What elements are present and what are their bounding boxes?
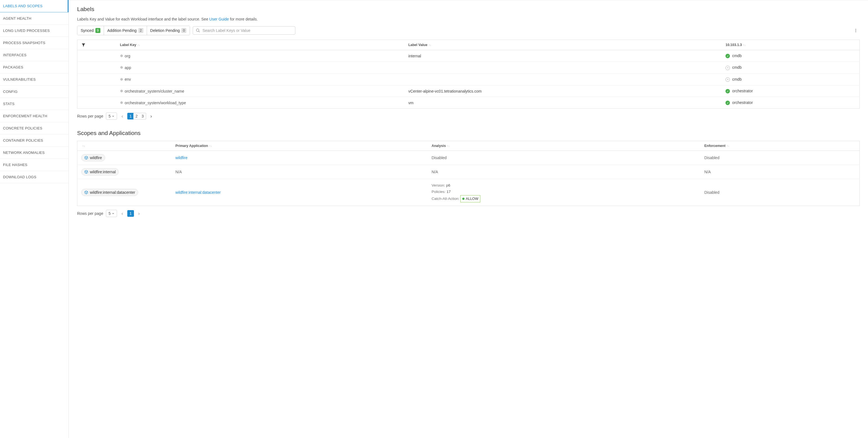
- col-filter[interactable]: [78, 40, 116, 50]
- svg-line-1: [198, 31, 200, 32]
- enforcement-cell: N/A: [701, 165, 860, 179]
- scopes-section: Scopes and Applications ↑↓ Primary Appli…: [77, 130, 860, 217]
- version-label: Version:: [432, 183, 445, 187]
- filter-deletion-pending[interactable]: Deletion Pending 0: [147, 26, 190, 35]
- status-filter-group: Synced 9 Addition Pending 2 Deletion Pen…: [77, 26, 190, 35]
- analysis-value: N/A: [432, 170, 438, 174]
- allow-dot-icon: [462, 198, 465, 200]
- label-search-box[interactable]: [193, 26, 295, 35]
- sidebar-item-long-lived-processes[interactable]: LONG LIVED PROCESSES: [0, 25, 68, 37]
- col-enforcement[interactable]: Enforcement↑↓: [701, 141, 860, 151]
- labels-toolbar: Synced 9 Addition Pending 2 Deletion Pen…: [77, 26, 860, 35]
- page-number-button[interactable]: 2: [133, 113, 140, 120]
- page-number-button[interactable]: 1: [127, 210, 134, 217]
- sidebar-item-vulnerabilities[interactable]: VULNERABILITIES: [0, 73, 68, 86]
- analysis-cell: Disabled: [428, 151, 701, 165]
- col-text: Label Value: [408, 43, 427, 47]
- col-label-key[interactable]: Label Key↑↓: [116, 40, 405, 50]
- sidebar: LABELS AND SCOPESAGENT HEALTHLONG LIVED …: [0, 0, 69, 438]
- page-number-button[interactable]: 1: [127, 113, 134, 120]
- col-analysis[interactable]: Analysis↑↓: [428, 141, 701, 151]
- sidebar-item-enforcement-health[interactable]: ENFORCEMENT HEALTH: [0, 110, 68, 122]
- primary-app-link[interactable]: wildfire:internal:datacenter: [176, 190, 221, 195]
- filter-cell: [78, 85, 116, 97]
- required-icon: ✲: [120, 77, 123, 82]
- labels-section: Labels Labels Key and Value for each Wor…: [77, 6, 860, 120]
- sidebar-item-download-logs[interactable]: DOWNLOAD LOGS: [0, 171, 68, 183]
- source-text: cmdb: [732, 54, 742, 58]
- labels-pagination: Rows per page 5 ‹ 123 ›: [77, 113, 860, 120]
- plus-icon: +: [725, 77, 730, 82]
- filter-addition-pending[interactable]: Addition Pending 2: [104, 26, 147, 35]
- table-row: ✲app+cmdb: [78, 62, 860, 73]
- sidebar-item-agent-health[interactable]: AGENT HEALTH: [0, 12, 68, 25]
- svg-point-0: [196, 29, 199, 31]
- cube-icon: [84, 190, 88, 194]
- policies-label: Policies:: [432, 190, 445, 194]
- rows-per-page-select[interactable]: 5: [106, 210, 117, 217]
- sidebar-item-packages[interactable]: PACKAGES: [0, 61, 68, 73]
- primary-app-cell: wildfire: [172, 151, 428, 165]
- primary-app-cell: N/A: [172, 165, 428, 179]
- page-next-button[interactable]: ›: [136, 210, 142, 217]
- sidebar-item-config[interactable]: CONFIG: [0, 86, 68, 98]
- labels-table: Label Key↑↓ Label Value↑↓ 10.103.1.3↑↓ ✲…: [77, 40, 860, 109]
- table-row: wildfire:internalN/AN/AN/A: [78, 165, 860, 179]
- page-number-button[interactable]: 3: [140, 113, 146, 120]
- sort-icon: ↑↓: [82, 145, 85, 147]
- filter-synced[interactable]: Synced 9: [78, 26, 104, 35]
- page-prev-button[interactable]: ‹: [120, 210, 125, 217]
- label-key-text: orchestrator_system/workload_type: [125, 101, 186, 105]
- enforcement-cell: Disabled: [701, 151, 860, 165]
- policies-value: 17: [446, 190, 451, 194]
- rows-per-page-label: Rows per page: [77, 211, 103, 216]
- check-icon: ✓: [725, 89, 730, 93]
- source-cell: ✓cmdb: [721, 50, 859, 62]
- primary-app-link[interactable]: wildfire: [176, 156, 188, 160]
- label-search-input[interactable]: [203, 28, 292, 33]
- scope-tag[interactable]: wildfire: [81, 154, 105, 161]
- sidebar-item-container-policies[interactable]: CONTAINER POLICIES: [0, 134, 68, 147]
- scope-cell: wildfire:internal: [78, 165, 172, 179]
- enforcement-value: N/A: [704, 170, 711, 174]
- sort-icon: ↑↓: [209, 145, 212, 147]
- table-row: wildfire:internal:datacenterwildfire:int…: [78, 179, 860, 206]
- col-primary-app[interactable]: Primary Application↑↓: [172, 141, 428, 151]
- sidebar-item-labels-and-scopes[interactable]: LABELS AND SCOPES: [0, 0, 68, 12]
- label-key-text: org: [125, 54, 130, 58]
- filter-cell: [78, 73, 116, 85]
- rows-per-page-select[interactable]: 5: [106, 113, 117, 120]
- sidebar-item-interfaces[interactable]: INTERFACES: [0, 49, 68, 61]
- more-actions-button[interactable]: [852, 27, 860, 34]
- col-text: Primary Application: [176, 144, 208, 148]
- sidebar-item-stats[interactable]: STATS: [0, 98, 68, 110]
- enforcement-value: Disabled: [704, 190, 719, 195]
- source-cell: +cmdb: [721, 62, 859, 73]
- filter-cell: [78, 50, 116, 62]
- sidebar-item-file-hashes[interactable]: FILE HASHES: [0, 159, 68, 171]
- analysis-value: Disabled: [432, 156, 446, 160]
- sidebar-item-network-anomalies[interactable]: NETWORK ANOMALIES: [0, 147, 68, 159]
- search-icon: [196, 28, 200, 33]
- col-ip-address[interactable]: 10.103.1.3↑↓: [721, 40, 859, 50]
- chevron-down-icon: [112, 115, 115, 118]
- page-prev-button[interactable]: ‹: [120, 113, 125, 120]
- filter-count: 2: [138, 28, 143, 33]
- sidebar-item-concrete-policies[interactable]: CONCRETE POLICIES: [0, 122, 68, 134]
- page-next-button[interactable]: ›: [148, 113, 154, 120]
- analysis-cell: Version: p6Policies: 17Catch-All-Action:…: [428, 179, 701, 206]
- sort-icon: ↑↓: [429, 44, 431, 46]
- scope-tag[interactable]: wildfire:internal: [81, 168, 119, 176]
- user-guide-link[interactable]: User Guide: [209, 17, 229, 21]
- sidebar-item-process-snapshots[interactable]: PROCESS SNAPSHOTS: [0, 37, 68, 49]
- col-label-value[interactable]: Label Value↑↓: [404, 40, 721, 50]
- enforcement-value: Disabled: [704, 156, 719, 160]
- filter-cell: [78, 62, 116, 73]
- col-text: Enforcement: [704, 144, 725, 148]
- scope-tag[interactable]: wildfire:internal:datacenter: [81, 189, 138, 196]
- col-scope[interactable]: ↑↓: [78, 141, 172, 151]
- more-vertical-icon: [854, 28, 858, 33]
- scopes-title: Scopes and Applications: [77, 130, 860, 136]
- label-key-text: app: [125, 65, 131, 70]
- required-icon: ✲: [120, 54, 123, 58]
